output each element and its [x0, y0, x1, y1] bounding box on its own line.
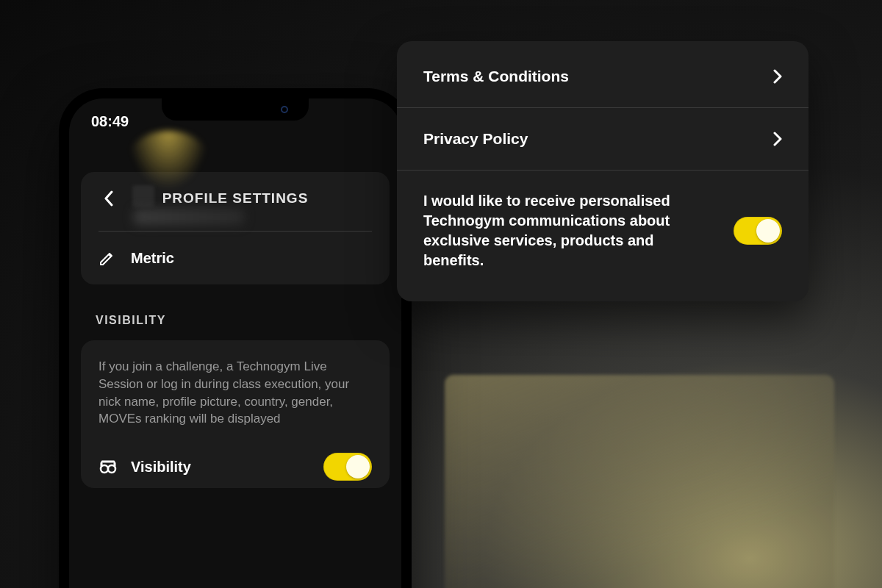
legal-overlay-card: Terms & Conditions Privacy Policy I woul…: [397, 41, 808, 301]
visibility-icon: [98, 456, 118, 478]
chevron-right-icon: [773, 132, 782, 146]
pencil-icon: [98, 249, 116, 267]
blurred-username: [134, 209, 244, 225]
visibility-section-title: VISIBILITY: [96, 314, 375, 327]
chevron-left-icon: [104, 190, 114, 207]
phone-notch: [162, 98, 309, 121]
metric-row[interactable]: Metric: [98, 232, 372, 267]
visibility-description: If you join a challenge, a Technogym Liv…: [98, 358, 372, 428]
status-time: 08:49: [91, 113, 129, 130]
toggle-knob: [756, 219, 780, 243]
consent-toggle[interactable]: [734, 217, 782, 245]
metric-label: Metric: [131, 250, 174, 267]
visibility-toggle-label: Visibility: [131, 459, 310, 476]
terms-label: Terms & Conditions: [423, 68, 569, 85]
visibility-toggle-row: Visibility: [98, 453, 372, 481]
privacy-label: Privacy Policy: [423, 130, 528, 148]
visibility-toggle[interactable]: [323, 453, 372, 481]
chevron-right-icon: [773, 69, 782, 84]
svg-point-0: [101, 465, 108, 473]
camera-dot-icon: [281, 106, 288, 113]
svg-point-1: [108, 465, 115, 473]
page-title: PROFILE SETTINGS: [132, 190, 338, 207]
phone-frame: 08:49 PROFILE SETTINGS: [59, 88, 412, 588]
avatar-glow: [128, 131, 209, 190]
header-row: PROFILE SETTINGS: [98, 188, 372, 232]
profile-header-card: PROFILE SETTINGS Metric: [81, 172, 390, 284]
toggle-knob: [346, 455, 370, 478]
consent-row: I would like to receive personalised Tec…: [397, 170, 808, 297]
visibility-card: If you join a challenge, a Technogym Liv…: [81, 340, 390, 488]
screen-content: PROFILE SETTINGS Metric VISIBILITY: [69, 98, 401, 488]
privacy-row[interactable]: Privacy Policy: [397, 107, 808, 170]
blurred-avatar: [132, 185, 154, 207]
terms-row[interactable]: Terms & Conditions: [397, 46, 808, 107]
consent-text: I would like to receive personalised Tec…: [423, 191, 713, 270]
back-button[interactable]: [98, 188, 119, 209]
phone-screen: 08:49 PROFILE SETTINGS: [69, 98, 401, 588]
background-light-panel: [445, 375, 834, 588]
